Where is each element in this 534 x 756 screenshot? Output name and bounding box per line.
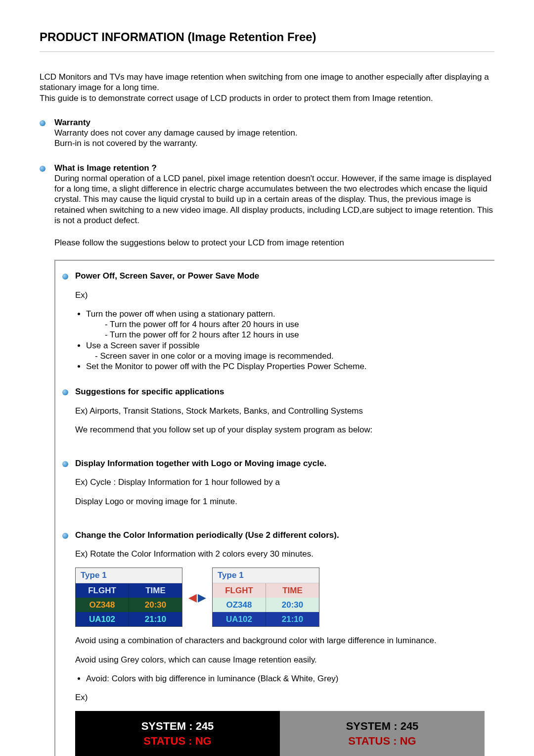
- avoid-block-grey: SYSTEM : 245 STATUS : NG: [280, 711, 485, 756]
- flight-panel-b-row-2: UA102 21:10: [213, 612, 319, 626]
- poweroff-item-1: Turn the power off when using a stationa…: [86, 309, 485, 340]
- section-gutter: [62, 458, 75, 515]
- page-title: PRODUCT INFORMATION (Image Retention Fre…: [40, 30, 494, 45]
- suggestions-line-1: Ex) Airports, Transit Stations, Stock Ma…: [75, 406, 485, 416]
- display-cycle-section: Display Information together with Logo o…: [62, 458, 485, 515]
- poweroff-body: Power Off, Screen Saver, or Power Save M…: [75, 271, 485, 372]
- suggestions-section: Suggestions for specific applications Ex…: [62, 386, 485, 443]
- flight-a-r2-flight: UA102: [76, 612, 129, 626]
- section-gutter: [40, 163, 54, 226]
- poweroff-item-2-text: Use a Screen saver if possible: [86, 341, 200, 350]
- whatis-body: What is Image retention ? During normal …: [54, 163, 494, 226]
- avoid-list: Avoid: Colors with big difference in lum…: [75, 673, 485, 684]
- bullet-icon: [40, 166, 45, 172]
- bullet-icon: [62, 533, 68, 539]
- suggestions-body: Suggestions for specific applications Ex…: [75, 386, 485, 443]
- page: PRODUCT INFORMATION (Image Retention Fre…: [0, 0, 534, 756]
- flight-b-r2-time: 21:10: [266, 612, 319, 626]
- warranty-heading: Warranty: [54, 117, 494, 128]
- display-cycle-heading: Display Information together with Logo o…: [75, 459, 326, 468]
- avoid-grey-text: Avoid using Grey colors, which can cause…: [75, 655, 485, 665]
- poweroff-list: Turn the power off when using a stationa…: [75, 309, 485, 372]
- poweroff-item-1-text: Turn the power off when using a stationa…: [86, 309, 275, 319]
- poweroff-item-3: Set the Monitor to power off with the PC…: [86, 361, 485, 372]
- bullet-icon: [62, 274, 68, 280]
- flight-panel-a-header-time: TIME: [129, 583, 182, 598]
- warranty-section: Warranty Warranty does not cover any dam…: [40, 117, 494, 149]
- warranty-line-2: Burn-in is not covered by the warranty.: [54, 138, 494, 148]
- content-inner: PRODUCT INFORMATION (Image Retention Fre…: [0, 0, 534, 756]
- flight-panel-a-caption: Type 1: [76, 568, 182, 583]
- flight-panel-a-header-row: FLGHT TIME: [76, 583, 182, 598]
- display-cycle-line-1: Ex) Cycle : Display Information for 1 ho…: [75, 477, 485, 487]
- intro-line-1: LCD Monitors and TVs may have image rete…: [40, 72, 494, 93]
- title-rule: [40, 51, 494, 52]
- flight-panel-b: Type 1 FLGHT TIME OZ348 20:30 UA102: [212, 567, 319, 627]
- suggestions-line-2: We recommend that you follow set up of y…: [75, 425, 485, 435]
- avoid-luminance-text: Avoid using a combination of characters …: [75, 635, 485, 646]
- avoid-ex-label: Ex): [75, 692, 485, 703]
- avoid-item: Avoid: Colors with big difference in lum…: [86, 673, 485, 684]
- avoid-block-black: SYSTEM : 245 STATUS : NG: [75, 711, 280, 756]
- poweroff-item-1b: - Turn the power off for 2 hours after 1…: [86, 330, 485, 340]
- arrow-left-icon: ◀: [188, 591, 197, 605]
- change-color-heading: Change the Color Information periodicall…: [75, 530, 339, 540]
- section-gutter: [62, 530, 75, 756]
- display-cycle-body: Display Information together with Logo o…: [75, 458, 485, 515]
- color-rotation-diagram: Type 1 FLGHT TIME OZ348 20:30 UA102: [75, 567, 485, 627]
- flight-a-r1-time: 20:30: [129, 598, 182, 612]
- change-color-body: Change the Color Information periodicall…: [75, 530, 485, 756]
- poweroff-section: Power Off, Screen Saver, or Power Save M…: [62, 271, 485, 372]
- intro-block: LCD Monitors and TVs may have image rete…: [40, 72, 494, 103]
- flight-panel-a-header-flight: FLGHT: [76, 583, 129, 598]
- flight-a-r1-flight: OZ348: [76, 598, 129, 612]
- display-cycle-line-2: Display Logo or moving image for 1 minut…: [75, 496, 485, 507]
- flight-panel-a-row-2: UA102 21:10: [76, 612, 182, 626]
- arrow-right-icon: ▶: [198, 591, 206, 605]
- flight-panel-a-row-1: OZ348 20:30: [76, 598, 182, 612]
- whatis-section: What is Image retention ? During normal …: [40, 163, 494, 226]
- poweroff-ex-label: Ex): [75, 290, 485, 300]
- poweroff-item-2: Use a Screen saver if possible - Screen …: [86, 340, 485, 362]
- poweroff-heading: Power Off, Screen Saver, or Power Save M…: [75, 271, 259, 281]
- poweroff-item-1a: - Turn the power off for 4 hours after 2…: [86, 319, 485, 330]
- avoid-black-line-1: SYSTEM : 245: [79, 719, 276, 734]
- avoid-black-line-2: STATUS : NG: [79, 734, 276, 749]
- section-gutter: [62, 271, 75, 372]
- flight-panel-b-header-time: TIME: [266, 583, 319, 598]
- whatis-text: During normal operation of a LCD panel, …: [54, 173, 494, 226]
- avoid-grey-line-1: SYSTEM : 245: [284, 719, 481, 734]
- bullet-icon: [40, 120, 45, 126]
- flight-panel-b-header-row: FLGHT TIME: [213, 583, 319, 598]
- change-color-section: Change the Color Information periodicall…: [62, 530, 485, 756]
- flight-a-r2-time: 21:10: [129, 612, 182, 626]
- avoid-example-row: SYSTEM : 245 STATUS : NG SYSTEM : 245 ST…: [75, 711, 485, 756]
- intro-line-2: This guide is to demonstrate correct usa…: [40, 93, 494, 103]
- bullet-icon: [62, 461, 68, 467]
- whatis-heading: What is Image retention ?: [54, 163, 494, 173]
- warranty-line-1: Warranty does not cover any damage cause…: [54, 128, 494, 138]
- flight-panel-b-row-1: OZ348 20:30: [213, 598, 319, 612]
- avoid-grey-line-2: STATUS : NG: [284, 734, 481, 749]
- flight-panel-a: Type 1 FLGHT TIME OZ348 20:30 UA102: [75, 567, 182, 627]
- poweroff-item-2a: - Screen saver in one color or a moving …: [86, 351, 485, 361]
- title-row: PRODUCT INFORMATION (Image Retention Fre…: [40, 30, 494, 45]
- warranty-body: Warranty Warranty does not cover any dam…: [54, 117, 494, 149]
- flight-panel-b-caption: Type 1: [213, 568, 319, 583]
- follow-note: Please follow the suggestions below to p…: [54, 237, 494, 248]
- flight-b-r1-flight: OZ348: [213, 598, 266, 612]
- flight-panel-b-header-flight: FLGHT: [213, 583, 266, 598]
- flight-b-r1-time: 20:30: [266, 598, 319, 612]
- swap-arrows-icon: ◀ ▶: [186, 591, 208, 605]
- section-gutter: [62, 386, 75, 443]
- bullet-icon: [62, 389, 68, 395]
- flight-b-r2-flight: UA102: [213, 612, 266, 626]
- suggestions-heading: Suggestions for specific applications: [75, 387, 224, 396]
- section-gutter: [40, 117, 54, 149]
- suggestion-box: Power Off, Screen Saver, or Power Save M…: [54, 260, 494, 756]
- change-color-line-1: Ex) Rotate the Color Information with 2 …: [75, 549, 485, 559]
